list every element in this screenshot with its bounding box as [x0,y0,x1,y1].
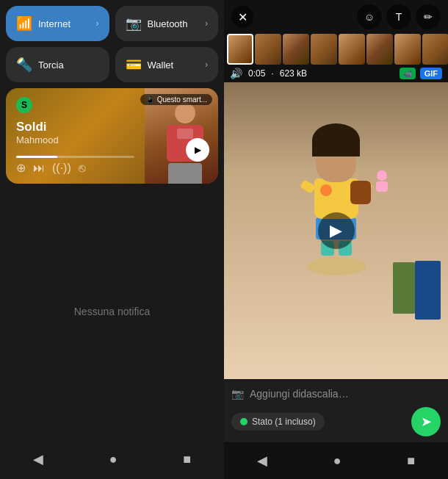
figurine-head [316,138,356,182]
text-icon: T [396,11,402,23]
toolbar-right-icons: ☺ T ✏ [357,4,441,29]
caption-row: 📷 Aggiungi didascalia… [231,383,441,404]
music-play-button[interactable]: ▶ [186,138,209,162]
video-badge: 📹 [400,68,416,79]
home-button-left[interactable]: ● [95,447,132,472]
notifications-area: Nessuna notifica [0,184,224,439]
internet-label: Internet [38,18,90,29]
strip-thumb-6[interactable] [366,34,393,65]
strip-thumb-4[interactable] [311,34,337,65]
main-video-area: ▶ [224,82,448,379]
bottom-bar: 📷 Aggiungi didascalia… Stato (1 incluso)… [224,379,448,442]
stato-badge[interactable]: Stato (1 incluso) [231,413,325,431]
bluetooth-icon: 📷 [126,15,142,32]
video-duration: 0:05 [248,68,265,79]
back-button-right[interactable]: ◀ [242,448,282,473]
play-icon: ▶ [330,221,342,240]
text-button[interactable]: T [386,4,411,29]
send-icon: ➤ [421,414,432,430]
music-controls: ⊕ ⏭ ((·)) ⎋ [16,161,134,175]
right-nav-bar: ◀ ● ■ [224,442,448,479]
bluetooth-chevron: › [205,18,208,29]
recent-button-right[interactable]: ■ [392,449,430,473]
send-button[interactable]: ➤ [411,407,441,436]
stato-label: Stato (1 incluso) [252,417,316,427]
strip-thumb-7[interactable] [394,34,421,65]
wifi-icon: 📶 [16,15,32,32]
music-title: Soldi [16,120,134,134]
video-toolbar: ✕ ☺ T ✏ [224,0,448,34]
stato-row: Stato (1 incluso) ➤ [231,404,441,438]
video-separator: · [271,68,273,79]
figurine-backpack [350,181,371,204]
right-panel: ✕ ☺ T ✏ 🔊 0:05 · 623 kB 📹 [224,0,448,479]
spotify-logo: S [16,97,32,113]
torcia-label: Torcia [38,60,99,71]
draw-icon: ✏ [424,11,433,23]
device-icon: 📱 [145,96,154,104]
video-meta-row: 🔊 0:05 · 623 kB 📹 GIF [224,65,448,82]
share-btn[interactable]: ⎋ [79,162,86,175]
sound-icon[interactable]: 🔊 [230,68,242,79]
questo-smart-text: Questo smart... [157,96,207,104]
emoji-button[interactable]: ☺ [357,4,382,29]
left-nav-bar: ◀ ● ■ [0,439,224,479]
figurine-base [307,257,366,275]
small-character [375,170,389,189]
video-badges: 📹 GIF [400,68,442,79]
bluetooth-tile[interactable]: 📷 Bluetooth › [115,6,219,41]
progress-fill [16,156,57,158]
emoji-icon: ☺ [364,11,375,23]
torcia-tile[interactable]: 🔦 Torcia [6,47,109,82]
video-play-button[interactable]: ▶ [318,212,355,249]
strip-thumb-5[interactable] [339,34,365,65]
music-artist: Mahmood [16,134,134,145]
close-button[interactable]: ✕ [231,6,253,28]
wallet-tile[interactable]: 💳 Wallet › [115,47,219,82]
flashlight-icon: 🔦 [16,57,32,73]
figurine [307,138,366,275]
music-progress-bar [16,156,134,158]
music-left: S Soldi Mahmood ⊕ ⏭ ((·)) ⎋ [6,88,145,184]
wallet-chevron: › [205,60,208,70]
book-right [415,261,441,320]
music-card[interactable]: 📱 Questo smart... S Soldi Mahmood ⊕ ⏭ ( [6,88,218,184]
wallet-label: Wallet [148,60,200,71]
caption-icon: 📷 [231,388,244,400]
internet-tile[interactable]: 📶 Internet › [6,6,109,41]
home-button-right[interactable]: ● [319,449,356,473]
next-btn[interactable]: ⏭ [33,162,45,175]
close-icon: ✕ [238,10,248,24]
left-panel: 📶 Internet › 📷 Bluetooth › 🔦 Torcia 💳 Wa… [0,0,224,479]
no-notifications-text: Nessuna notifica [74,306,151,317]
wallet-icon: 💳 [126,57,142,73]
stato-dot [240,418,248,425]
book-right-2 [393,262,415,314]
questo-smart-badge: 📱 Questo smart... [140,94,212,105]
internet-chevron: › [96,18,99,29]
add-to-queue-btn[interactable]: ⊕ [16,161,26,175]
quick-tiles: 📶 Internet › 📷 Bluetooth › 🔦 Torcia 💳 Wa… [0,0,224,88]
strip-thumb-2[interactable] [255,34,281,65]
strip-thumb-8[interactable] [422,34,448,65]
caption-placeholder[interactable]: Aggiungi didascalia… [250,388,441,400]
recent-button-left[interactable]: ■ [168,447,206,472]
gif-badge: GIF [420,68,442,79]
video-size: 623 kB [280,68,307,79]
bluetooth-label: Bluetooth [148,18,200,29]
draw-button[interactable]: ✏ [416,4,441,29]
strip-thumb-1[interactable] [227,34,253,65]
airplay-btn[interactable]: ((·)) [52,162,71,175]
back-button-left[interactable]: ◀ [18,447,58,472]
person-art [156,96,214,184]
strip-thumb-3[interactable] [283,34,309,65]
